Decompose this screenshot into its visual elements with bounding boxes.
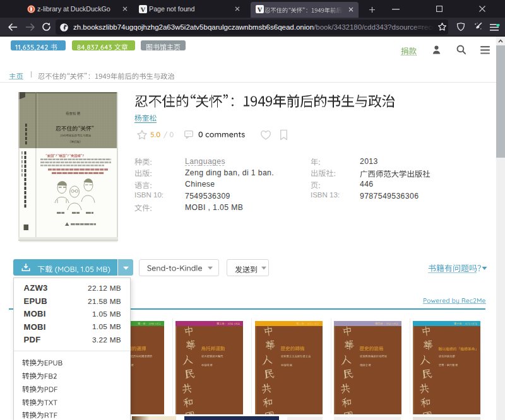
svg-text:V: V <box>141 6 146 13</box>
svg-text:V: V <box>258 6 263 13</box>
